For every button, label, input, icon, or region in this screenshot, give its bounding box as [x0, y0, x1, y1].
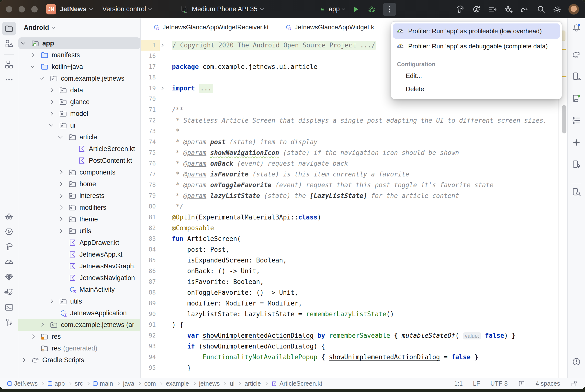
tree-item-modifiers[interactable]: modifiers: [18, 202, 140, 213]
build-hammer-icon[interactable]: [455, 4, 465, 14]
tree-item-kotlin-java[interactable]: kotlin+java: [18, 61, 140, 72]
chevron-right-icon[interactable]: [40, 323, 44, 327]
tool-todo-structure-button[interactable]: [570, 114, 582, 126]
notifications-square-icon[interactable]: [518, 380, 525, 387]
breadcrumb-item[interactable]: com: [144, 380, 156, 387]
tool-more-tool-windows-button[interactable]: [2, 73, 16, 86]
popup-action-delete[interactable]: Delete: [391, 82, 562, 96]
tree-item-data[interactable]: data: [18, 84, 140, 96]
indent-setting[interactable]: 4 spaces: [535, 380, 560, 387]
tool-gemini-button[interactable]: [570, 136, 582, 148]
popup-item[interactable]: Profiler: Run 'app' as profileable (low …: [393, 24, 560, 38]
tool-app-inspection-button[interactable]: [2, 270, 16, 284]
breadcrumb-item[interactable]: article: [245, 380, 261, 387]
tree-item-utils[interactable]: utils: [18, 225, 140, 237]
tool-device-mirroring-button[interactable]: [570, 158, 582, 170]
close-window-button[interactable]: [6, 6, 12, 12]
tool-resource-manager-button[interactable]: [2, 37, 16, 50]
chevron-down-icon[interactable]: [59, 134, 63, 138]
tree-item-appdrawer-kt[interactable]: AppDrawer.kt: [18, 237, 140, 248]
apply-changes-bug-icon[interactable]: [504, 4, 513, 14]
chevron-right-icon[interactable]: [49, 300, 53, 304]
debug-button[interactable]: [367, 5, 376, 14]
tool-run-tool-button[interactable]: [2, 225, 16, 238]
sync-alphabet-icon[interactable]: [471, 4, 481, 14]
tree-item-jetnewsnavigation[interactable]: JetnewsNavigation: [18, 272, 140, 284]
chevron-down-icon[interactable]: [49, 123, 53, 127]
chevron-right-icon[interactable]: [31, 334, 35, 339]
popup-item[interactable]: Profiler: Run 'app' as debuggable (compl…: [393, 38, 560, 54]
tree-item-mainactivity[interactable]: MainActivity: [18, 284, 140, 296]
tree-item-com-example-jetnews[interactable]: com.example.jetnews: [18, 72, 140, 84]
tree-item-utils[interactable]: utils: [18, 296, 140, 307]
user-avatar[interactable]: [568, 4, 579, 15]
file-encoding[interactable]: UTF-8: [490, 380, 508, 387]
fold-column[interactable]: [160, 40, 168, 50]
editor-tab[interactable]: JetnewsGlanceAppWidget.k: [277, 18, 382, 36]
tool-build-button[interactable]: [2, 240, 16, 254]
tree-item-res[interactable]: res(generated): [18, 342, 140, 354]
chevron-right-icon[interactable]: [59, 182, 63, 186]
chevron-right-icon[interactable]: [49, 88, 53, 92]
tool-running-devices-button[interactable]: [570, 92, 582, 104]
tool-terminal-button[interactable]: [2, 300, 16, 314]
tree-item-jetnewsapplication[interactable]: JetnewsApplication: [18, 307, 140, 319]
chevron-right-icon[interactable]: [49, 112, 53, 116]
breadcrumb-item[interactable]: java: [123, 380, 134, 387]
editor-scrollbar[interactable]: [562, 105, 566, 134]
profiler-lines-icon[interactable]: [488, 4, 497, 14]
tool-notifications-button[interactable]: [570, 22, 582, 34]
device-selector[interactable]: Medium Phone API 35: [180, 5, 263, 14]
vcs-widget[interactable]: Version control: [103, 6, 152, 13]
tree-item-home[interactable]: home: [18, 178, 140, 190]
more-run-options-button[interactable]: [383, 3, 396, 16]
tree-item-app[interactable]: app: [18, 38, 140, 49]
chevron-right-icon[interactable]: [59, 217, 63, 222]
tool-device-explorer-button[interactable]: [570, 186, 582, 198]
fold-chevron-icon[interactable]: [160, 86, 164, 90]
tree-item-manifests[interactable]: manifests: [18, 49, 140, 61]
tree-item-res[interactable]: res: [18, 331, 140, 342]
tree-item-model[interactable]: model: [18, 108, 140, 120]
breadcrumb-item[interactable]: example: [166, 380, 189, 387]
tree-item-article[interactable]: article: [18, 131, 140, 143]
breadcrumb-item[interactable]: app: [48, 380, 65, 387]
tool-logcat-button[interactable]: [2, 286, 16, 299]
chevron-right-icon[interactable]: [49, 100, 53, 104]
chevron-right-icon[interactable]: [59, 170, 63, 174]
tool-structure-button[interactable]: [2, 58, 16, 71]
tree-item-postcontent-kt[interactable]: PostContent.kt: [18, 155, 140, 166]
tree-item-glance[interactable]: glance: [18, 96, 140, 108]
editor-tab[interactable]: JetnewsGlanceAppWidgetReceiver.kt: [145, 18, 277, 36]
chevron-right-icon[interactable]: [21, 358, 26, 362]
tree-item-jetnewsnavgraph[interactable]: JetnewsNavGraph.: [18, 260, 140, 272]
tool-version-control-button[interactable]: [2, 316, 16, 330]
breadcrumb-item[interactable]: ArticleScreen.kt: [271, 380, 322, 387]
tool-device-shell-button[interactable]: [2, 210, 16, 223]
tool-problems-button[interactable]: [570, 356, 582, 368]
chevron-down-icon[interactable]: [21, 40, 26, 45]
settings-icon[interactable]: [552, 4, 562, 14]
tree-item-components[interactable]: components: [18, 166, 140, 178]
fold-chevron-icon[interactable]: [160, 44, 164, 47]
tool-device-manager-button[interactable]: [570, 71, 582, 82]
fold-column[interactable]: [160, 83, 168, 94]
breadcrumb-item[interactable]: ui: [230, 380, 234, 387]
device-streaming-icon[interactable]: [520, 4, 530, 14]
tool-profiler-button[interactable]: [2, 255, 16, 269]
project-selector[interactable]: JetNews: [60, 6, 92, 13]
caret-position[interactable]: 1:1: [454, 380, 463, 387]
tool-project-button[interactable]: [2, 22, 16, 36]
chevron-right-icon[interactable]: [59, 229, 63, 233]
breadcrumb-item[interactable]: JetNews: [7, 380, 38, 387]
project-view-selector[interactable]: Android: [18, 18, 140, 31]
tree-item-ui[interactable]: ui: [18, 120, 140, 131]
tree-item-theme[interactable]: theme: [18, 213, 140, 225]
tree-item-interests[interactable]: interests: [18, 190, 140, 202]
chevron-down-icon[interactable]: [31, 64, 35, 68]
chevron-right-icon[interactable]: [59, 206, 63, 210]
breadcrumb-item[interactable]: src: [75, 380, 83, 387]
tree-item-gradle-scripts[interactable]: Gradle Scripts: [18, 354, 140, 366]
breadcrumb-item[interactable]: jetnews: [199, 380, 220, 387]
chevron-right-icon[interactable]: [59, 194, 63, 198]
